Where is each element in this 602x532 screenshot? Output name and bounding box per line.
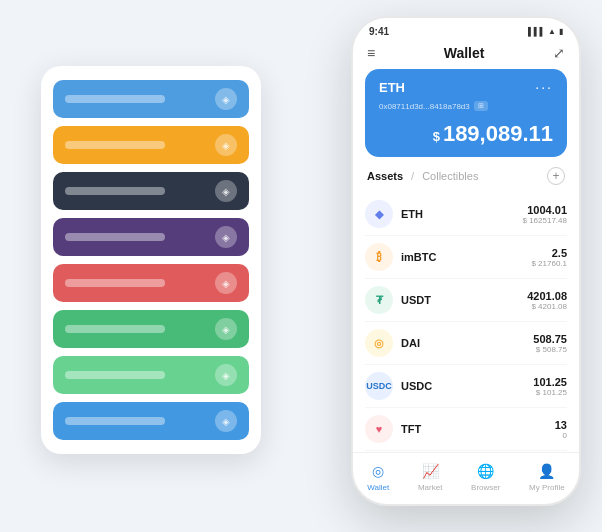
eth-name: ETH xyxy=(401,208,523,220)
usdc-icon: USDC xyxy=(365,372,393,400)
stack-card-icon-5: ◈ xyxy=(215,272,237,294)
battery-icon: ▮ xyxy=(559,27,563,36)
eth-address-text: 0x08711d3d...8418a78d3 xyxy=(379,102,470,111)
usdt-icon: ₮ xyxy=(365,286,393,314)
asset-item-imbtc[interactable]: ₿ imBTC 2.5 $ 21760.1 xyxy=(365,236,567,279)
assets-tabs-left: Assets / Collectibles xyxy=(367,170,478,182)
stack-card-label-7 xyxy=(65,371,165,379)
status-time: 9:41 xyxy=(369,26,389,37)
dai-amount: 508.75 xyxy=(533,333,567,345)
dai-balance: 508.75 $ 508.75 xyxy=(533,333,567,354)
profile-nav-label: My Profile xyxy=(529,483,565,492)
stack-card-8[interactable]: ◈ xyxy=(53,402,249,440)
nav-market[interactable]: 📈 Market xyxy=(418,461,442,492)
stack-card-5[interactable]: ◈ xyxy=(53,264,249,302)
assets-tabs: Assets / Collectibles + xyxy=(353,167,579,193)
usdc-amount: 101.25 xyxy=(533,376,567,388)
stack-card-7[interactable]: ◈ xyxy=(53,356,249,394)
usdc-usd: $ 101.25 xyxy=(533,388,567,397)
profile-nav-icon: 👤 xyxy=(537,461,557,481)
asset-item-usdt[interactable]: ₮ USDT 4201.08 $ 4201.08 xyxy=(365,279,567,322)
eth-usd: $ 162517.48 xyxy=(523,216,568,225)
tft-usd: 0 xyxy=(555,431,567,440)
asset-list: ◆ ETH 1004.01 $ 162517.48 ₿ imBTC 2.5 $ … xyxy=(353,193,579,452)
stack-card-label-4 xyxy=(65,233,165,241)
balance-amount: 189,089.11 xyxy=(443,121,553,146)
nav-wallet[interactable]: ◎ Wallet xyxy=(367,461,389,492)
dai-usd: $ 508.75 xyxy=(533,345,567,354)
eth-address-tag: ⊞ xyxy=(474,101,488,111)
balance-symbol: $ xyxy=(433,129,440,144)
tft-icon: ♥ xyxy=(365,415,393,443)
browser-nav-label: Browser xyxy=(471,483,500,492)
stack-card-1[interactable]: ◈ xyxy=(53,80,249,118)
browser-nav-icon: 🌐 xyxy=(476,461,496,481)
usdc-balance: 101.25 $ 101.25 xyxy=(533,376,567,397)
stack-card-2[interactable]: ◈ xyxy=(53,126,249,164)
page-title: Wallet xyxy=(444,45,485,61)
stack-card-icon-3: ◈ xyxy=(215,180,237,202)
status-icons: ▌▌▌ ▲ ▮ xyxy=(528,27,563,36)
tab-assets[interactable]: Assets xyxy=(367,170,403,182)
bottom-nav: ◎ Wallet 📈 Market 🌐 Browser 👤 My Profile xyxy=(353,452,579,504)
stack-card-3[interactable]: ◈ xyxy=(53,172,249,210)
market-nav-label: Market xyxy=(418,483,442,492)
eth-card-balance: $189,089.11 xyxy=(379,121,553,147)
menu-icon[interactable]: ≡ xyxy=(367,45,375,61)
usdc-name: USDC xyxy=(401,380,533,392)
stack-card-icon-8: ◈ xyxy=(215,410,237,432)
stack-card-6[interactable]: ◈ xyxy=(53,310,249,348)
imbtc-amount: 2.5 xyxy=(531,247,567,259)
usdt-usd: $ 4201.08 xyxy=(527,302,567,311)
asset-item-eth[interactable]: ◆ ETH 1004.01 $ 162517.48 xyxy=(365,193,567,236)
eth-amount: 1004.01 xyxy=(523,204,568,216)
imbtc-name: imBTC xyxy=(401,251,531,263)
imbtc-usd: $ 21760.1 xyxy=(531,259,567,268)
asset-item-dai[interactable]: ◎ DAI 508.75 $ 508.75 xyxy=(365,322,567,365)
usdt-amount: 4201.08 xyxy=(527,290,567,302)
tab-collectibles[interactable]: Collectibles xyxy=(422,170,478,182)
eth-card-name: ETH xyxy=(379,80,405,95)
stack-card-label-8 xyxy=(65,417,165,425)
wallet-nav-label: Wallet xyxy=(367,483,389,492)
dai-icon: ◎ xyxy=(365,329,393,357)
wifi-icon: ▲ xyxy=(548,27,556,36)
stack-card-icon-1: ◈ xyxy=(215,88,237,110)
status-bar: 9:41 ▌▌▌ ▲ ▮ xyxy=(353,18,579,41)
expand-icon[interactable]: ⤢ xyxy=(553,45,565,61)
nav-browser[interactable]: 🌐 Browser xyxy=(471,461,500,492)
stack-card-label-6 xyxy=(65,325,165,333)
dai-name: DAI xyxy=(401,337,533,349)
eth-card-address: 0x08711d3d...8418a78d3 ⊞ xyxy=(379,101,553,111)
stack-card-label-2 xyxy=(65,141,165,149)
imbtc-icon: ₿ xyxy=(365,243,393,271)
usdt-name: USDT xyxy=(401,294,527,306)
stack-card-label-1 xyxy=(65,95,165,103)
market-nav-icon: 📈 xyxy=(420,461,440,481)
eth-balance: 1004.01 $ 162517.48 xyxy=(523,204,568,225)
tft-amount: 13 xyxy=(555,419,567,431)
scene: ◈ ◈ ◈ ◈ ◈ ◈ ◈ ◈ xyxy=(21,16,581,516)
stack-card-label-3 xyxy=(65,187,165,195)
phone: 9:41 ▌▌▌ ▲ ▮ ≡ Wallet ⤢ ETH ··· 0x08711d… xyxy=(351,16,581,506)
card-stack: ◈ ◈ ◈ ◈ ◈ ◈ ◈ ◈ xyxy=(41,66,261,454)
tft-balance: 13 0 xyxy=(555,419,567,440)
eth-card[interactable]: ETH ··· 0x08711d3d...8418a78d3 ⊞ $189,08… xyxy=(365,69,567,157)
stack-card-label-5 xyxy=(65,279,165,287)
imbtc-balance: 2.5 $ 21760.1 xyxy=(531,247,567,268)
nav-profile[interactable]: 👤 My Profile xyxy=(529,461,565,492)
add-asset-button[interactable]: + xyxy=(547,167,565,185)
stack-card-icon-2: ◈ xyxy=(215,134,237,156)
stack-card-4[interactable]: ◈ xyxy=(53,218,249,256)
tft-name: TFT xyxy=(401,423,555,435)
asset-item-usdc[interactable]: USDC USDC 101.25 $ 101.25 xyxy=(365,365,567,408)
tab-divider: / xyxy=(411,170,414,182)
wallet-nav-icon: ◎ xyxy=(368,461,388,481)
stack-card-icon-7: ◈ xyxy=(215,364,237,386)
asset-item-tft[interactable]: ♥ TFT 13 0 xyxy=(365,408,567,451)
eth-icon: ◆ xyxy=(365,200,393,228)
eth-card-top: ETH ··· xyxy=(379,79,553,95)
eth-card-menu[interactable]: ··· xyxy=(535,79,553,95)
stack-card-icon-6: ◈ xyxy=(215,318,237,340)
usdt-balance: 4201.08 $ 4201.08 xyxy=(527,290,567,311)
